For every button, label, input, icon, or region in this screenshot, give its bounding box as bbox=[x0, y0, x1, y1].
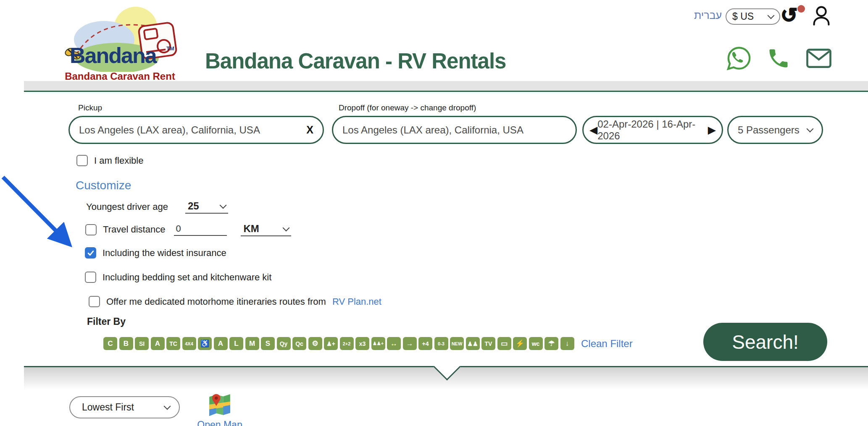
dropoff-label: Dropoff (for oneway -> change dropoff) bbox=[339, 103, 476, 112]
filter-license-a-icon[interactable]: A bbox=[214, 337, 228, 350]
filter-icons: CBSIATC4X4♿ALMSQyQc⚙♟+2+2x3♟♟+↔→+40-3NEW… bbox=[103, 337, 576, 350]
flexible-row: I am flexible bbox=[76, 155, 143, 166]
itinerary-row: Offer me dedicated motorhome itineraries… bbox=[89, 296, 381, 307]
travel-distance-label: Travel distance bbox=[103, 224, 165, 235]
distance-unit-select[interactable]: KM bbox=[241, 223, 291, 236]
passengers-value: 5 Passengers bbox=[738, 124, 800, 136]
search-button[interactable]: Search! bbox=[703, 323, 827, 361]
page: Bandana TM Bandana Caravan Rent Bandana … bbox=[0, 0, 868, 426]
open-map-widget[interactable]: Open Map bbox=[197, 392, 243, 426]
filter-beds-x3-icon[interactable]: x3 bbox=[355, 337, 369, 350]
filter-small-rv-icon[interactable]: S bbox=[261, 337, 275, 350]
filter-quality-y-icon[interactable]: Qy bbox=[277, 337, 291, 350]
travel-distance-input[interactable]: 0 bbox=[174, 223, 227, 236]
filter-row: CBSIATC4X4♿ALMSQyQc⚙♟+2+2x3♟♟+↔→+40-3NEW… bbox=[103, 337, 633, 350]
filter-class-b-icon[interactable]: B bbox=[119, 337, 133, 350]
dropoff-input[interactable]: Los Angeles (LAX area), California, USA bbox=[332, 116, 577, 144]
insurance-row: Including the widest insurance bbox=[85, 247, 226, 259]
chevron-down-icon bbox=[164, 403, 171, 410]
filter-grey-water-icon[interactable]: ↓ bbox=[560, 337, 574, 350]
filter-two-passengers-icon[interactable]: ♟♟ bbox=[466, 337, 480, 350]
bedding-label: Including bedding set and kitchenware ki… bbox=[103, 272, 271, 283]
bedding-row: Including bedding set and kitchenware ki… bbox=[85, 272, 271, 283]
header-divider bbox=[24, 81, 868, 92]
insurance-checkbox[interactable] bbox=[85, 247, 96, 259]
filter-awning-icon[interactable]: ↔ bbox=[387, 337, 401, 350]
filter-family-with-child-icon[interactable]: ♟♟+ bbox=[371, 337, 385, 350]
whatsapp-icon[interactable] bbox=[726, 45, 752, 71]
customize-link[interactable]: Customize bbox=[76, 179, 131, 192]
logo-wordmark: Bandana bbox=[70, 43, 156, 68]
dates-value: 02-Apr-2026 | 16-Apr-2026 bbox=[597, 118, 708, 142]
filter-shower-icon[interactable]: ☂ bbox=[544, 337, 558, 350]
bedding-checkbox[interactable] bbox=[85, 272, 96, 283]
driver-age-row: Youngest driver age 25 bbox=[86, 200, 228, 214]
filter-class-c-icon[interactable]: C bbox=[103, 337, 117, 350]
filter-wc-icon[interactable]: wc bbox=[529, 337, 543, 350]
filter-automatic-gearbox-icon[interactable]: ⚙ bbox=[308, 337, 322, 350]
brand-logo[interactable]: Bandana TM Bandana Caravan Rent bbox=[58, 3, 182, 82]
rv-plan-link[interactable]: RV Plan.net bbox=[332, 296, 381, 307]
chevron-down-icon bbox=[768, 12, 775, 19]
history-icon[interactable]: ↺ bbox=[781, 3, 806, 29]
chevron-down-icon bbox=[807, 125, 814, 133]
filter-tv-icon[interactable]: TV bbox=[481, 337, 495, 350]
currency-select[interactable]: $ US bbox=[726, 8, 780, 25]
filter-power-icon[interactable]: ⚡ bbox=[513, 337, 527, 350]
filter-new-vehicle-icon[interactable]: NEW bbox=[450, 337, 464, 350]
filter-one-way-icon[interactable]: → bbox=[403, 337, 417, 350]
filter-quality-c-icon[interactable]: Qc bbox=[292, 337, 306, 350]
filter-seats-plus4-icon[interactable]: +4 bbox=[418, 337, 432, 350]
dropoff-value: Los Angeles (LAX area), California, USA bbox=[342, 124, 523, 136]
contact-row bbox=[726, 44, 836, 73]
filter-semi-integrated-icon[interactable]: SI bbox=[135, 337, 149, 350]
clear-pickup-button[interactable]: X bbox=[306, 124, 313, 136]
annotation-arrow-icon bbox=[0, 173, 88, 259]
currency-value: $ US bbox=[732, 11, 754, 22]
check-icon bbox=[87, 249, 95, 257]
passengers-select[interactable]: 5 Passengers bbox=[727, 116, 823, 144]
chevron-down-icon bbox=[219, 201, 226, 209]
page-title: Bandana Caravan - RV Rentals bbox=[205, 49, 506, 73]
filter-class-a-icon[interactable]: A bbox=[151, 337, 165, 350]
dates-prev-icon[interactable]: ◀ bbox=[589, 125, 597, 135]
filter-bed-icon[interactable]: ▭ bbox=[497, 337, 511, 350]
notification-dot bbox=[797, 5, 805, 13]
dates-input[interactable]: ◀ 02-Apr-2026 | 16-Apr-2026 ▶ bbox=[582, 116, 723, 144]
driver-age-select[interactable]: 25 bbox=[185, 200, 228, 214]
dates-next-icon[interactable]: ▶ bbox=[708, 125, 716, 135]
itinerary-label: Offer me dedicated motorhome itineraries… bbox=[106, 296, 326, 307]
logo-caption: Bandana Caravan Rent bbox=[58, 71, 182, 82]
travel-distance-row: Travel distance 0 KM bbox=[85, 223, 291, 236]
language-link[interactable]: עברית bbox=[694, 9, 722, 21]
pickup-input[interactable]: Los Angeles (LAX area), California, USA … bbox=[68, 116, 324, 144]
filter-extra-driver-icon[interactable]: ♟+ bbox=[324, 337, 338, 350]
chevron-down-icon bbox=[283, 224, 290, 231]
flexible-checkbox[interactable] bbox=[76, 155, 88, 166]
itinerary-checkbox[interactable] bbox=[89, 296, 100, 307]
filter-child-seat-0-3-icon[interactable]: 0-3 bbox=[434, 337, 448, 350]
filter-medium-rv-icon[interactable]: M bbox=[245, 337, 259, 350]
travel-distance-checkbox[interactable] bbox=[85, 224, 97, 235]
phone-icon[interactable] bbox=[766, 46, 791, 71]
logo-tm: TM bbox=[166, 45, 174, 52]
open-map-link[interactable]: Open Map bbox=[197, 419, 243, 426]
filter-large-rv-icon[interactable]: L bbox=[229, 337, 243, 350]
clean-filter-link[interactable]: Clean Filter bbox=[581, 338, 633, 350]
filter-seats-2plus2-icon[interactable]: 2+2 bbox=[340, 337, 354, 350]
filter-wheelchair-accessible-icon[interactable]: ♿ bbox=[198, 337, 212, 350]
flexible-label: I am flexible bbox=[94, 155, 143, 166]
filter-four-by-four-icon[interactable]: 4X4 bbox=[182, 337, 196, 350]
driver-age-label: Youngest driver age bbox=[86, 201, 168, 212]
pickup-label: Pickup bbox=[78, 103, 102, 112]
pickup-value: Los Angeles (LAX area), California, USA bbox=[79, 124, 260, 136]
sort-value: Lowest First bbox=[82, 402, 134, 413]
account-icon[interactable] bbox=[810, 4, 833, 28]
open-map-icon bbox=[208, 392, 231, 417]
filter-truck-camper-icon[interactable]: TC bbox=[166, 337, 180, 350]
insurance-label: Including the widest insurance bbox=[103, 248, 226, 259]
email-icon[interactable] bbox=[805, 46, 833, 71]
sort-select[interactable]: Lowest First bbox=[69, 396, 180, 418]
filter-by-label: Filter By bbox=[87, 316, 126, 327]
